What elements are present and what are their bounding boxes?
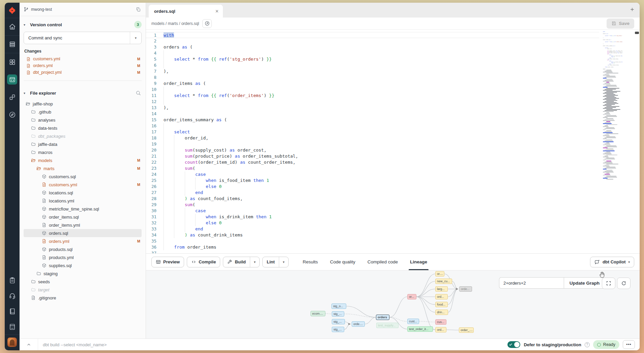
fullscreen-icon[interactable] — [602, 278, 615, 289]
save-button[interactable]: Save — [607, 19, 634, 29]
code-line-1[interactable]: 1with — [146, 32, 599, 38]
tree-item-order_items.yml[interactable]: order_items.yml — [24, 221, 142, 229]
changed-file-dbt_project.yml[interactable]: dbt_project.ymlM — [24, 69, 142, 76]
lineage-node-stg_[interactable]: stg_... — [332, 327, 344, 332]
code-line-9[interactable]: 9order_items as ( — [146, 81, 599, 87]
tree-item-macros[interactable]: macros — [24, 148, 142, 156]
code-line-7[interactable]: 7), — [146, 68, 599, 74]
code-line-10[interactable]: 10 — [146, 87, 599, 93]
sidebar-item-changelog[interactable] — [5, 319, 20, 334]
help-icon[interactable]: ? — [585, 342, 590, 347]
code-line-19[interactable]: 19 — [146, 141, 599, 147]
tree-item-jaffle-shop[interactable]: jaffle-shop — [24, 100, 142, 108]
lineage-node-ord[interactable]: ord... — [435, 294, 448, 299]
code-line-30[interactable]: 30 case — [146, 208, 599, 214]
code-line-24[interactable]: 24 case — [146, 171, 599, 178]
tree-item-order_items.sql[interactable]: order_items.sql — [24, 213, 142, 221]
lineage-node-stg_[interactable]: stg_... — [332, 311, 344, 317]
code-line-4[interactable]: 4 — [146, 50, 599, 56]
update-graph-button[interactable]: Update Graph — [564, 277, 605, 289]
code-line-34[interactable]: 34 ) as count_drink_items — [146, 232, 599, 238]
tree-item-target[interactable]: target — [24, 286, 142, 294]
code-line-28[interactable]: 28 ) as count_food_items, — [146, 196, 599, 202]
lineage-node-stg_o[interactable]: stg_o... — [331, 303, 346, 309]
build-button[interactable]: Build▾ — [223, 257, 260, 267]
code-line-12[interactable]: 12 — [146, 99, 599, 105]
user-avatar[interactable] — [7, 338, 17, 347]
changed-file-customers.yml[interactable]: customers.ymlM — [24, 56, 142, 62]
tree-item-locations.yml[interactable]: locations.yml — [24, 197, 142, 205]
tree-item-jaffle-data[interactable]: jaffle-data — [24, 140, 142, 148]
code-line-14[interactable]: 14 — [146, 111, 599, 117]
tab-compiled-code[interactable]: Compiled code — [368, 254, 398, 270]
lineage-node-test_order_it[interactable]: test_order_it... — [407, 326, 433, 332]
lineage-node-cus[interactable]: cus... — [435, 319, 446, 325]
tree-item-analyses[interactable]: analyses — [24, 116, 142, 124]
copy-branch-icon[interactable] — [135, 6, 142, 13]
code-line-35[interactable]: 35 — [146, 238, 599, 244]
lineage-selector-input[interactable] — [499, 277, 564, 289]
code-line-32[interactable]: 32 else 0 — [146, 220, 599, 226]
code-line-8[interactable]: 8 — [146, 74, 599, 81]
chevron-down-icon[interactable]: ▾ — [250, 257, 259, 267]
lineage-node-orders[interactable]: orders — [376, 315, 389, 320]
tree-item-supplies.sql[interactable]: supplies.sql — [24, 261, 142, 269]
tab-code-quality[interactable]: Code quality — [330, 254, 355, 270]
code-line-15[interactable]: 15order_items_summary as ( — [146, 117, 599, 123]
tree-item-data-tests[interactable]: data-tests — [24, 124, 142, 132]
code-line-25[interactable]: 25 when is_food_item then 1 — [146, 178, 599, 184]
code-line-3[interactable]: 3orders as ( — [146, 44, 599, 50]
dbt-copilot-button[interactable]: dbt Copilot ▾ — [590, 257, 634, 267]
tree-item-dbt_packages[interactable]: dbt_packages — [24, 132, 142, 140]
tree-item-customers.yml[interactable]: customers.ymlM — [24, 181, 142, 189]
code-editor[interactable]: 1with23orders as (4 5 select * from {{ r… — [146, 30, 640, 253]
tree-item-staging[interactable]: staging — [24, 269, 142, 278]
lineage-node-orde[interactable]: orde... — [459, 286, 472, 292]
tree-item-.gitignore[interactable]: .gitignore — [24, 294, 142, 302]
tab-results[interactable]: Results — [303, 254, 318, 270]
sidebar-item-support[interactable] — [5, 288, 20, 303]
search-icon[interactable] — [135, 90, 142, 96]
code-line-27[interactable]: 27 end — [146, 190, 599, 196]
lineage-node-stg_[interactable]: stg_... — [332, 319, 345, 324]
code-line-33[interactable]: 33 end — [146, 226, 599, 232]
code-line-26[interactable]: 26 else 0 — [146, 184, 599, 190]
code-line-36[interactable]: 36 from order_items — [146, 244, 599, 250]
code-line-16[interactable]: 16 — [146, 123, 599, 129]
code-line-20[interactable]: 20 sum(supply_cost) as order_cost, — [146, 147, 599, 153]
tree-item-models[interactable]: modelsM — [24, 156, 142, 164]
lineage-panel[interactable]: ecom....stg_o...stg_...stg_...stg_...ord… — [146, 270, 640, 339]
code-line-2[interactable]: 2 — [146, 38, 599, 44]
lineage-node-cust[interactable]: cust... — [407, 319, 419, 324]
lineage-node-ecom[interactable]: ecom.... — [311, 311, 325, 316]
lineage-node-food[interactable]: food... — [435, 302, 448, 307]
tree-item-locations.sql[interactable]: locations.sql — [24, 189, 142, 197]
tree-item-marts[interactable]: martsM — [24, 164, 142, 172]
tree-item-seeds[interactable]: seeds — [24, 278, 142, 286]
preview-button[interactable]: Preview — [151, 257, 184, 267]
refresh-graph-icon[interactable] — [617, 278, 631, 289]
command-input[interactable]: dbt build --select <model_name> — [43, 342, 507, 347]
lineage-node-new_cu[interactable]: new_cu... — [435, 279, 452, 284]
sidebar-item-apps[interactable] — [5, 53, 20, 71]
lineage-node-orde[interactable]: orde.... — [352, 321, 365, 327]
commit-options-chevron-icon[interactable]: ▾ — [130, 32, 141, 44]
sidebar-item-develop[interactable] — [5, 71, 20, 88]
more-options-button[interactable]: ••• — [623, 340, 635, 349]
tree-item-orders.sql[interactable]: orders.sql — [24, 229, 142, 237]
sidebar-item-orchestrate[interactable] — [5, 88, 20, 106]
code-line-29[interactable]: 29 sum( — [146, 202, 599, 208]
code-line-18[interactable]: 18 order_id, — [146, 135, 599, 141]
tree-item-products.sql[interactable]: products.sql — [24, 245, 142, 253]
lineage-node-ord[interactable]: ord... — [435, 327, 446, 332]
tree-item-products.yml[interactable]: products.yml — [24, 253, 142, 261]
sidebar-item-notes[interactable] — [5, 272, 20, 288]
tab-orders-sql[interactable]: orders.sql ✕ — [149, 5, 223, 18]
sidebar-item-home[interactable] — [5, 18, 20, 36]
code-line-31[interactable]: 31 when is_drink_item then 1 — [146, 214, 599, 220]
code-line-22[interactable]: 22 count(order_item_id) as count_order_i… — [146, 159, 599, 165]
tree-item-customers.sql[interactable]: customers.sql — [24, 172, 142, 181]
lint-button[interactable]: Lint▾ — [262, 257, 289, 267]
close-icon[interactable]: ✕ — [215, 9, 219, 14]
lineage-node-or[interactable]: or.... — [435, 271, 444, 277]
